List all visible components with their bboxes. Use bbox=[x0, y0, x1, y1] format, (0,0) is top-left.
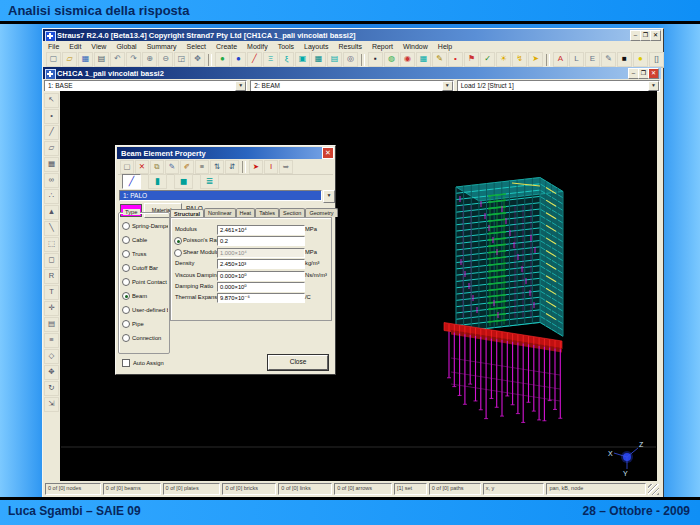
mesh-icon[interactable]: ▦ bbox=[416, 52, 431, 67]
globe-icon[interactable]: ◍ bbox=[384, 52, 399, 67]
letter-a-icon[interactable]: A bbox=[553, 52, 568, 67]
grid-icon[interactable]: ▤ bbox=[44, 317, 59, 332]
sphere-green-icon[interactable]: ● bbox=[215, 52, 230, 67]
chevron-down-icon[interactable]: ▼ bbox=[442, 81, 453, 91]
type-option-user-defined-beam[interactable]: User-defined beam bbox=[122, 306, 168, 314]
dialog-title-bar[interactable]: Beam Element Property bbox=[117, 147, 334, 159]
type-option-cutoff-bar[interactable]: Cutoff Bar bbox=[122, 264, 168, 272]
pencil-icon[interactable]: ✎ bbox=[601, 52, 616, 67]
new-property-icon[interactable]: ▢ bbox=[120, 160, 134, 174]
type-option-truss[interactable]: Truss bbox=[122, 250, 168, 258]
type-option-connection[interactable]: Connection bbox=[122, 334, 168, 342]
menu-view[interactable]: View bbox=[86, 43, 111, 50]
zoom-region-icon[interactable]: ◻ bbox=[44, 253, 59, 268]
type-option-cable[interactable]: Cable bbox=[122, 236, 168, 244]
auto-assign-check[interactable]: Auto Assign bbox=[122, 359, 164, 367]
field-radio-icon[interactable] bbox=[174, 237, 182, 245]
radio-icon[interactable] bbox=[122, 292, 130, 300]
sort-down-icon[interactable]: ⇵ bbox=[225, 160, 239, 174]
property-combo-arrow-icon[interactable]: ▼ bbox=[323, 190, 335, 203]
radio-icon[interactable] bbox=[122, 250, 130, 258]
rotate-icon[interactable]: ↻ bbox=[44, 381, 59, 396]
brick-element-icon[interactable]: ◼ bbox=[174, 174, 193, 189]
field-input[interactable]: 2.450×10³ bbox=[217, 259, 305, 269]
model-window-title-bar[interactable]: CH1CA 1_pali vincolati bassi2 bbox=[43, 67, 661, 79]
check-icon[interactable]: ✓ bbox=[480, 52, 495, 67]
zoom-in-icon[interactable]: ⊕ bbox=[142, 52, 157, 67]
menu-help[interactable]: Help bbox=[433, 43, 457, 50]
marker-red-icon[interactable]: • bbox=[448, 52, 463, 67]
beam-element-icon[interactable]: ╱ bbox=[122, 174, 141, 189]
menu-results[interactable]: Results bbox=[334, 43, 367, 50]
delete-property-icon[interactable]: ✕ bbox=[135, 160, 149, 174]
sort-up-icon[interactable]: ⇅ bbox=[210, 160, 224, 174]
dialog-close-icon[interactable]: ✕ bbox=[322, 147, 334, 159]
letter-l-icon[interactable]: L bbox=[569, 52, 584, 67]
chevron-down-icon[interactable]: ▼ bbox=[235, 81, 246, 91]
copy-property-icon[interactable]: ⧉ bbox=[150, 160, 164, 174]
menu-layouts[interactable]: Layouts bbox=[299, 43, 334, 50]
rename-property-icon[interactable]: ✐ bbox=[180, 160, 194, 174]
app-title-bar[interactable]: Straus7 R2.4.0 [Beta13.4] Copyright Stra… bbox=[43, 29, 661, 41]
target-icon[interactable]: ◉ bbox=[400, 52, 415, 67]
radio-icon[interactable] bbox=[122, 306, 130, 314]
radio-icon[interactable] bbox=[122, 334, 130, 342]
solid-black-icon[interactable]: ■ bbox=[617, 52, 632, 67]
zoom-box-icon[interactable]: ◲ bbox=[174, 52, 189, 67]
tab-nonlinear[interactable]: Nonlinear bbox=[204, 208, 236, 217]
flag-icon[interactable]: ⚑ bbox=[464, 52, 479, 67]
radio-icon[interactable] bbox=[122, 278, 130, 286]
field-radio-icon[interactable] bbox=[174, 249, 182, 257]
magnifier-icon[interactable]: ◎ bbox=[343, 52, 358, 67]
menu-report[interactable]: Report bbox=[367, 43, 398, 50]
type-option-point-contact[interactable]: Point Contact bbox=[122, 278, 168, 286]
select-box-icon[interactable]: ⬚ bbox=[44, 237, 59, 252]
radio-icon[interactable] bbox=[122, 320, 130, 328]
edit-property-icon[interactable]: ✎ bbox=[165, 160, 179, 174]
brick-icon[interactable]: ▦ bbox=[44, 157, 59, 172]
edit-pen-icon[interactable]: ✎ bbox=[432, 52, 447, 67]
radio-icon[interactable] bbox=[122, 264, 130, 272]
field-input[interactable]: 2.461×10⁴ bbox=[217, 225, 305, 235]
close-button[interactable]: ✕ bbox=[650, 30, 661, 41]
type-option-beam[interactable]: Beam bbox=[122, 292, 168, 300]
type-option-pipe[interactable]: Pipe bbox=[122, 320, 168, 328]
menu-modify[interactable]: Modify bbox=[242, 43, 273, 50]
new-icon[interactable]: ▢ bbox=[46, 52, 61, 67]
scale-icon[interactable]: ⇲ bbox=[44, 397, 59, 412]
field-input[interactable]: 0.2 bbox=[217, 236, 305, 246]
type-option-spring-damper[interactable]: Spring-Damper bbox=[122, 222, 168, 230]
letter-r-icon[interactable]: R bbox=[44, 269, 59, 284]
beam-icon[interactable]: ╱ bbox=[44, 125, 59, 140]
vertex-icon[interactable]: ∴ bbox=[44, 189, 59, 204]
assign-icon[interactable]: ➥ bbox=[279, 160, 293, 174]
resize-grip-icon[interactable] bbox=[648, 484, 659, 495]
axes-icon[interactable]: ✛ bbox=[44, 301, 59, 316]
brick-tool-icon[interactable]: ▦ bbox=[311, 52, 326, 67]
zoom-out-icon[interactable]: ⊖ bbox=[158, 52, 173, 67]
face-icon[interactable]: ▲ bbox=[44, 205, 59, 220]
beam-draw-icon[interactable]: ╱ bbox=[247, 52, 262, 67]
field-input[interactable]: 0.000×10⁰ bbox=[217, 271, 305, 281]
tag-icon[interactable]: ◇ bbox=[44, 349, 59, 364]
grid-tool-icon[interactable]: ▤ bbox=[327, 52, 342, 67]
plate-icon[interactable]: ▱ bbox=[44, 141, 59, 156]
edge-icon[interactable]: ╲ bbox=[44, 221, 59, 236]
equalize-icon[interactable]: ≡ bbox=[195, 160, 209, 174]
arrow-yellow-icon[interactable]: ➤ bbox=[528, 52, 543, 67]
link-icon[interactable]: ∞ bbox=[44, 173, 59, 188]
dialog-close-button[interactable]: Close bbox=[268, 355, 328, 370]
tab-tables[interactable]: Tables bbox=[255, 208, 279, 217]
entity-select-icon[interactable]: Ξ bbox=[263, 52, 278, 67]
child-close-button[interactable]: ✕ bbox=[648, 68, 659, 79]
pointer-icon[interactable]: ↖ bbox=[44, 93, 59, 108]
menu-summary[interactable]: Summary bbox=[142, 43, 182, 50]
tab-heat[interactable]: Heat bbox=[236, 208, 256, 217]
menu-select[interactable]: Select bbox=[182, 43, 211, 50]
menu-file[interactable]: File bbox=[43, 43, 64, 50]
field-input[interactable]: 9.870×10⁻⁶ bbox=[217, 293, 305, 303]
menu-create[interactable]: Create bbox=[211, 43, 242, 50]
auto-assign-checkbox[interactable] bbox=[122, 359, 130, 367]
entity-snap-icon[interactable]: ξ bbox=[279, 52, 294, 67]
pan-icon[interactable]: ✥ bbox=[190, 52, 205, 67]
